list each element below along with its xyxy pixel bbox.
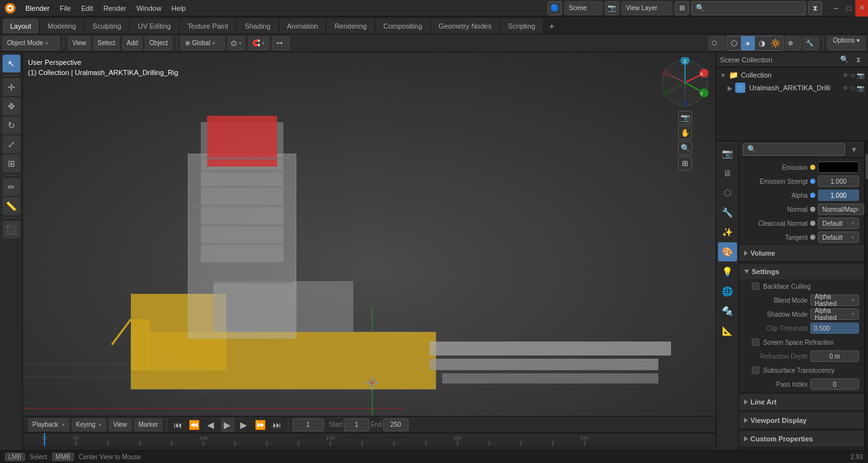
properties-search-input[interactable]: 🔍 [743,143,845,156]
prop-tab-render[interactable]: 📷 [718,144,737,163]
prop-tab-world[interactable]: ✨ [718,223,737,242]
menu-window[interactable]: Window [132,0,166,17]
prop-tab-scene[interactable]: 🔧 [718,203,737,222]
toggle-visibility-btn[interactable]: ⊞ [678,156,692,170]
tab-texture-paint[interactable]: Texture Paint [180,18,236,34]
last-frame-btn[interactable]: ⏭ [270,418,284,432]
subsurface-trans-checkbox[interactable] [752,366,759,374]
collection-render-btn[interactable]: 📷 [857,72,864,79]
backface-culling-checkbox[interactable] [752,282,759,290]
prop-tab-object[interactable]: 🎨 [718,242,737,261]
end-frame-input[interactable]: 250 [383,418,409,431]
uralmash-select-btn[interactable]: ⊙ [850,85,855,92]
play-btn[interactable]: ▶ [220,418,234,432]
tool-cursor[interactable]: ✛ [3,78,20,96]
add-workspace-btn[interactable]: + [544,18,559,34]
emission-dot[interactable] [810,165,815,170]
prop-tab-output[interactable]: 🖥 [718,163,737,183]
prop-tab-constraints[interactable]: 🔩 [718,301,737,321]
uralmash-view-btn[interactable]: 👁 [843,85,849,92]
viewport[interactable]: User Perspective (1) Collection | Uralma… [23,52,715,416]
prev-frame-btn[interactable]: ◀ [204,418,218,432]
viewport-render-btn[interactable]: 🔆 [769,36,783,50]
normal-dot[interactable] [810,207,815,212]
tool-transform[interactable]: ⊞ [3,155,20,172]
marker-btn[interactable]: Marker [134,418,163,431]
render-icon-btn[interactable]: 📷 [605,1,619,15]
gizmo-btn[interactable]: 🔧 [803,36,819,50]
tab-modeling[interactable]: Modeling [40,18,84,34]
outliner-uralmash[interactable]: ▶ ⬡ Uralmash_ARKTIKA_Drilli 👁 ⊙ 📷 [716,81,868,94]
tool-move[interactable]: ✥ [3,97,20,115]
scene-icon-btn[interactable]: 🔵 [548,1,562,15]
viewport-material-btn[interactable]: ◑ [755,36,769,50]
object-mode-dropdown[interactable]: Object Mode ▾ [3,36,60,50]
tab-shading[interactable]: Shading [237,18,278,34]
tangent-dropdown[interactable]: Default ▾ [818,232,859,243]
emission-strength-field[interactable]: 1.000 [818,176,859,187]
xray-btn[interactable]: ⬡ [709,36,725,50]
viewport-resize-handle[interactable] [713,52,715,416]
tab-scripting[interactable]: Scripting [500,18,543,34]
current-frame-input[interactable]: 1 [292,418,324,431]
view-menu[interactable]: View [68,36,91,50]
next-frame-btn[interactable]: ▶ [237,418,251,432]
minimize-btn[interactable]: ─ [830,0,843,17]
viewport-wireframe-btn[interactable]: ⬡ [727,36,741,50]
start-frame-input[interactable]: 1 [344,418,369,431]
keying-btn[interactable]: Keying▾ [72,418,107,431]
settings-section-header[interactable]: Settings [739,264,864,279]
collection-select-btn[interactable]: ⊙ [850,72,855,79]
clip-threshold-field[interactable]: 0.500 [810,322,859,334]
search-bar[interactable]: 🔍 [691,1,806,15]
tool-annotate[interactable]: ✏ [3,178,20,196]
expand-icon-collection[interactable]: ▼ [720,72,726,79]
outliner-filter-btn[interactable]: ⧗ [853,54,864,66]
tab-compositing[interactable]: Compositing [376,18,430,34]
emission-color-swatch[interactable] [818,162,859,173]
tool-rotate[interactable]: ↻ [3,116,20,134]
prev-key-btn[interactable]: ⏪ [187,418,201,432]
tool-add-cube[interactable]: ⬛ [3,221,20,238]
prop-tab-modifier[interactable]: 📐 [718,321,737,340]
alpha-field[interactable]: 1.000 [818,190,859,201]
scene-selector[interactable]: Scene [564,1,602,15]
prop-tab-viewlayer[interactable]: ⬡ [718,183,737,202]
camera-view-btn[interactable]: 📷 [678,111,692,125]
tool-select[interactable]: ↖ [3,55,20,73]
viewport-solid-btn[interactable]: ● [741,36,755,50]
tangent-dot[interactable] [810,235,815,240]
tab-layout[interactable]: Layout [3,18,39,34]
viewport-display-header[interactable]: Viewport Display [739,413,864,428]
add-menu[interactable]: Add [122,36,142,50]
line-art-header[interactable]: Line Art [739,394,864,410]
first-frame-btn[interactable]: ⏮ [171,418,185,432]
menu-help[interactable]: Help [166,0,191,17]
tab-animation[interactable]: Animation [280,18,326,34]
transform-space-dropdown[interactable]: ⊕ Global ▾ [180,36,225,50]
clearcoat-dot[interactable] [810,221,815,226]
outliner-collection[interactable]: ▼ 📁 Collection 👁 ⊙ 📷 [716,69,868,81]
expand-icon-uralmash[interactable]: ▶ [728,85,733,92]
options-btn[interactable]: Options ▾ [827,36,865,50]
overlay-btn[interactable]: ⊕ [785,36,801,50]
menu-render[interactable]: Render [98,0,132,17]
ssr-checkbox[interactable] [752,338,759,346]
copy-screen-btn[interactable]: ⊞ [675,1,689,15]
tool-measure[interactable]: 📏 [3,197,20,215]
menu-file[interactable]: File [55,0,76,17]
clearcoat-dropdown[interactable]: Default ▾ [818,218,859,229]
shadow-mode-dropdown[interactable]: Alpha Hashed ▾ [810,308,859,320]
blender-logo[interactable] [0,0,20,17]
tab-rendering[interactable]: Rendering [327,18,374,34]
timeline-ruler[interactable]: 10 50 100 150 [23,433,715,446]
filter-btn[interactable]: ⧗ [808,1,822,15]
menu-edit[interactable]: Edit [76,0,98,17]
hand-pan-btn[interactable]: ✋ [678,126,692,140]
proportional-btn[interactable]: ⊶ [272,36,290,50]
refraction-depth-field[interactable]: 0 m [810,350,859,362]
playback-btn[interactable]: Playback▾ [28,418,69,431]
nav-gizmo[interactable]: X Z Y [660,57,710,108]
alpha-dot[interactable] [810,193,815,198]
close-btn[interactable]: ✕ [855,0,868,17]
